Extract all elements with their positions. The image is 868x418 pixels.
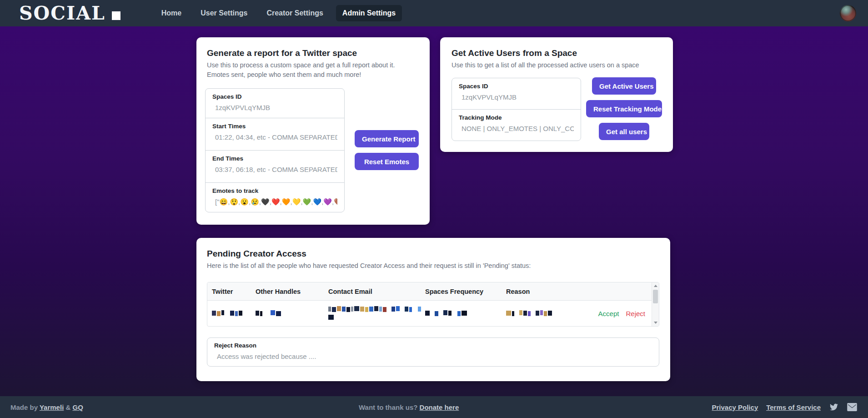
reject-reason-label: Reject Reason [214,342,652,349]
table-row: Accept Reject [207,301,659,326]
header-reason: Reason [506,288,597,295]
header-contact-email: Contact Email [328,288,425,295]
emotes-label: Emotes to track [212,187,337,194]
tracking-mode-label: Tracking Mode [459,114,574,121]
terms-of-service-link[interactable]: Terms of Service [766,403,821,411]
header-other-handles: Other Handles [256,288,328,295]
header-twitter: Twitter [212,288,256,295]
footer: Made by Yarmeli & GQ Want to thank us? D… [0,396,868,418]
users-spaces-id-input[interactable] [459,91,574,102]
reject-link[interactable]: Reject [626,310,645,317]
users-field-group: Spaces ID Tracking Mode [452,78,581,141]
reject-reason-field: Reject Reason [207,337,659,367]
header-spaces-frequency: Spaces Frequency [425,288,506,295]
end-times-field: End Times [206,150,344,182]
generate-report-card: Generate a report for a Twitter space Us… [196,37,430,225]
end-times-input[interactable] [212,164,337,174]
reset-tracking-mode-button[interactable]: Reset Tracking Mode [586,100,662,117]
start-times-input[interactable] [212,131,337,142]
nav-item-admin-settings[interactable]: Admin Settings [336,5,402,21]
get-active-users-button[interactable]: Get Active Users [592,77,656,95]
privacy-policy-link[interactable]: Privacy Policy [712,403,758,411]
spaces-id-field: Spaces ID [206,89,344,118]
mail-icon[interactable] [847,403,857,411]
scrollbar-thumb[interactable] [653,290,658,303]
user-avatar[interactable] [840,5,856,21]
spaces-id-input[interactable] [212,102,337,112]
logo-text: SOCIAL [19,4,105,23]
row-actions: Accept Reject [597,310,659,317]
accept-link[interactable]: Accept [598,310,619,317]
tracking-mode-field: Tracking Mode [452,109,581,141]
made-by-text: Made by [10,403,38,411]
footer-credits: Made by Yarmeli & GQ [10,403,83,411]
start-times-label: Start Times [212,123,337,130]
logo-square-icon [112,11,120,20]
users-card-title: Get Active Users from a Space [452,48,662,58]
users-spaces-id-label: Spaces ID [459,83,574,90]
cell-reason-redacted [506,309,597,317]
footer-donate: Want to thank us? Donate here [359,403,459,411]
nav-item-user-settings[interactable]: User Settings [194,5,254,21]
report-card-title: Generate a report for a Twitter space [207,48,419,58]
scroll-down-icon[interactable] [652,319,659,326]
cell-spaces-frequency-redacted [425,309,506,317]
pending-card-subtitle: Here is the list of all the people who h… [207,261,660,271]
main-content: Generate a report for a Twitter space Us… [0,26,868,396]
author-gq-link[interactable]: GQ [72,403,83,411]
footer-links: Privacy Policy Terms of Service [712,403,857,411]
generate-report-button[interactable]: Generate Report [355,130,419,147]
twitter-icon[interactable] [829,403,839,411]
emotes-input[interactable] [212,196,337,206]
report-field-group: Spaces ID Start Times End Times Emotes t… [205,88,345,212]
spaces-id-label: Spaces ID [212,93,337,100]
get-all-users-button[interactable]: Get all users [599,123,649,140]
scroll-up-icon[interactable] [652,282,659,289]
thanks-text: Want to thank us? [359,403,417,411]
users-card-subtitle: Use this to get a list of all the proces… [452,60,662,70]
nav-item-creator-settings[interactable]: Creator Settings [260,5,329,21]
cell-twitter-redacted [212,309,256,317]
cell-other-handles-redacted [256,309,328,317]
reject-reason-input[interactable] [214,351,652,361]
app-logo[interactable]: SOCIAL [19,4,120,23]
donate-link[interactable]: Donate here [420,403,459,411]
users-button-column: Get Active Users Reset Tracking Mode Get… [586,77,662,140]
reset-emotes-button[interactable]: Reset Emotes [355,153,419,170]
author-yarmeli-link[interactable]: Yarmeli [40,403,64,411]
emotes-field: Emotes to track [206,182,344,212]
top-navbar: SOCIAL Home User Settings Creator Settin… [0,0,868,26]
end-times-label: End Times [212,155,337,162]
cell-contact-email-redacted [328,305,425,322]
nav-item-home[interactable]: Home [155,5,188,21]
tracking-mode-input[interactable] [459,123,574,133]
pending-requests-table: Twitter Other Handles Contact Email Spac… [207,282,659,327]
report-card-subtitle: Use this to process a custom space and g… [207,60,412,80]
ampersand-text: & [65,403,70,411]
active-users-card: Get Active Users from a Space Use this t… [440,37,673,152]
users-spaces-id-field: Spaces ID [452,78,581,109]
start-times-field: Start Times [206,118,344,150]
pending-creator-access-card: Pending Creator Access Here is the list … [196,238,670,381]
table-header-row: Twitter Other Handles Contact Email Spac… [207,282,659,301]
nav-links: Home User Settings Creator Settings Admi… [155,5,402,21]
table-scrollbar[interactable] [652,282,659,326]
pending-card-title: Pending Creator Access [207,249,660,259]
